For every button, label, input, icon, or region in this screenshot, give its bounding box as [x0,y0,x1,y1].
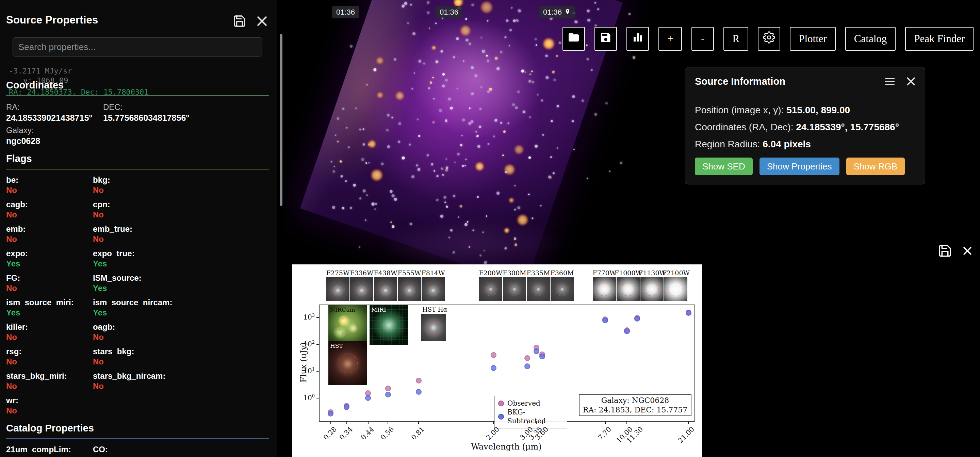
detected-source-dot [454,161,456,163]
detected-source-dot [331,161,332,162]
filter-thumbnail-F200W: F200W [479,277,502,301]
flag-label: stars_bkg: [93,346,269,357]
save-image-button[interactable] [595,27,617,51]
star-forming-knot [376,91,384,99]
source-info-row-label: Region Radius: [695,139,762,150]
detected-source-dot [493,135,495,137]
y-axis-label: Flux (uJy) [299,342,308,382]
catalog-button[interactable]: Catalog [845,27,896,51]
detected-source-dot [633,56,635,59]
x-tick-mark [605,421,606,424]
detected-source-dot [442,174,444,176]
show-rgb-button[interactable]: Show RGB [846,158,905,175]
show-properties-button[interactable]: Show Properties [759,158,840,175]
sed-legend: ObservedBKG-Subtracted [495,396,567,428]
close-panel-icon[interactable] [255,14,269,28]
detected-source-dot [469,107,471,109]
detected-source-dot [365,162,367,164]
detected-source-dot [366,194,368,196]
flag-item: oagb:No [93,322,269,342]
flag-label: CO: [93,444,269,455]
filter-thumbnail-F770W: F770W [593,277,616,301]
detected-source-dot [468,42,471,45]
open-file-button[interactable] [563,27,585,51]
x-tick-label: 0.81 [410,425,426,441]
search-input[interactable] [13,37,262,56]
detected-source-dot [465,159,467,161]
detected-source-dot [340,160,342,163]
detected-source-dot [346,127,348,129]
source-info-row: Region Radius: 6.04 pixels [695,136,915,153]
x-tick-mark [527,421,527,424]
settings-button[interactable] [758,27,780,51]
reset-view-button[interactable]: R [724,27,748,51]
detected-source-dot [528,193,530,195]
detected-source-dot [439,109,442,113]
flag-label: emb_true: [93,224,269,234]
detected-source-dot [496,191,500,195]
source-info-row-label: Position (image x, y): [695,105,786,115]
detected-source-dot [334,166,335,167]
flag-item: stars_bkg_miri:No [6,371,89,391]
detected-source-dot [587,178,588,179]
x-tick-mark [347,421,347,424]
detected-source-dot [435,60,439,64]
detected-source-dot [342,108,345,110]
zoom-in-button[interactable]: + [659,27,682,51]
detected-source-dot [461,135,463,137]
flag-value: No [93,357,269,367]
detected-source-dot [502,154,504,156]
detected-source-dot [359,246,360,248]
flag-item: killer:No [6,322,89,342]
filter-label: F1130W [638,269,666,277]
flag-label: ism_source_miri: [6,298,89,307]
histogram-button[interactable] [627,27,649,51]
close-source-info-icon[interactable] [905,76,917,87]
detected-source-dot [485,215,488,217]
sed-annotation: Galaxy: NGC0628RA: 24.1853, DEC: 15.7757 [579,394,692,416]
legend-marker [498,401,504,406]
detected-source-dot [387,145,390,148]
detected-source-dot [401,156,405,159]
zoom-out-button[interactable]: - [692,27,714,51]
y-tick-mark [317,344,320,345]
flag-item: stars_bkg:No [93,346,269,367]
filter-label: F335M [525,269,552,277]
galaxy-dots [398,0,623,3]
source-info-row-value: 6.04 pixels [762,139,811,150]
plotter-button[interactable]: Plotter [790,27,836,51]
detected-source-dot [542,134,544,136]
star-forming-knot [431,45,437,50]
data-point-bkg-subtracted [365,395,371,401]
sidebar-scrollbar[interactable] [280,34,282,206]
show-sed-button[interactable]: Show SED [695,158,753,175]
detected-source-dot [494,56,498,60]
detected-source-dot [398,140,401,143]
flag-value: No [93,234,269,244]
source-info-title: Source Information [695,76,875,87]
save-plot-icon[interactable] [938,244,952,259]
detected-source-dot [487,143,490,145]
coordinates-block: RA: 24.185339021438715° DEC: 15.77568603… [6,102,269,123]
y-tick-label: 100 [290,393,315,402]
flag-value: Yes [93,307,269,318]
close-plot-icon[interactable] [962,245,973,258]
filter-thumbnail-F300M: F300M [503,277,526,301]
detected-source-dot [531,70,533,72]
flag-value: No [6,234,89,244]
detected-source-dot [345,180,347,182]
x-tick-mark [542,421,543,424]
peak-finder-button[interactable]: Peak Finder [905,27,974,51]
detected-source-dot [531,81,535,84]
detected-source-dot [410,3,412,6]
detected-source-dot [411,88,414,90]
data-point-bkg-subtracted [344,404,350,410]
detected-source-dot [430,81,433,84]
filter-thumbnail-F275W: F275W [326,277,350,301]
menu-icon[interactable] [884,76,896,87]
flag-label: ism_source_nircam: [93,298,269,307]
flag-item: CO: [93,444,269,455]
detected-source-dot [515,106,518,110]
detected-source-dot [447,97,451,101]
save-properties-icon[interactable] [233,14,247,28]
